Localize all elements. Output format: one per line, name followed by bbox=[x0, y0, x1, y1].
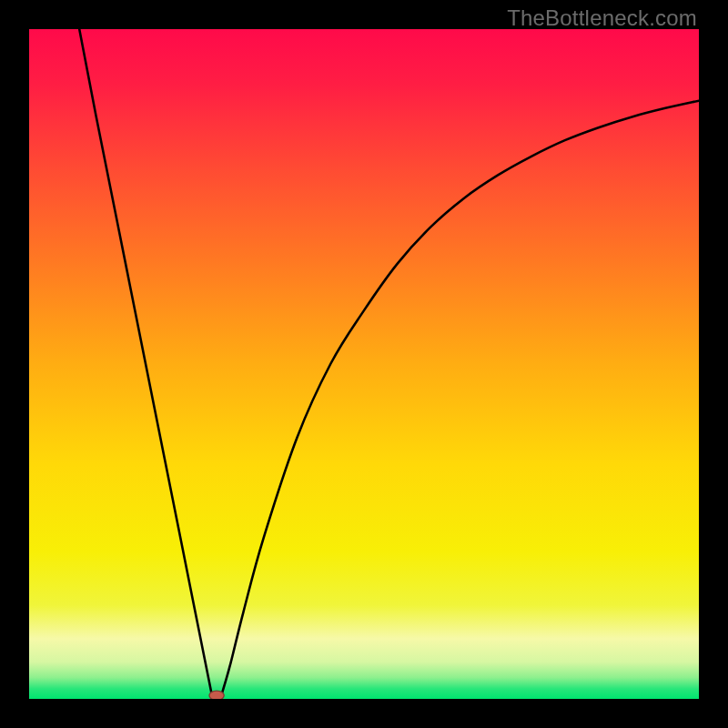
minimum-marker bbox=[209, 691, 224, 699]
bottleneck-chart bbox=[29, 29, 699, 699]
watermark-text: TheBottleneck.com bbox=[507, 5, 697, 31]
chart-frame bbox=[29, 29, 699, 699]
chart-background bbox=[29, 29, 699, 699]
